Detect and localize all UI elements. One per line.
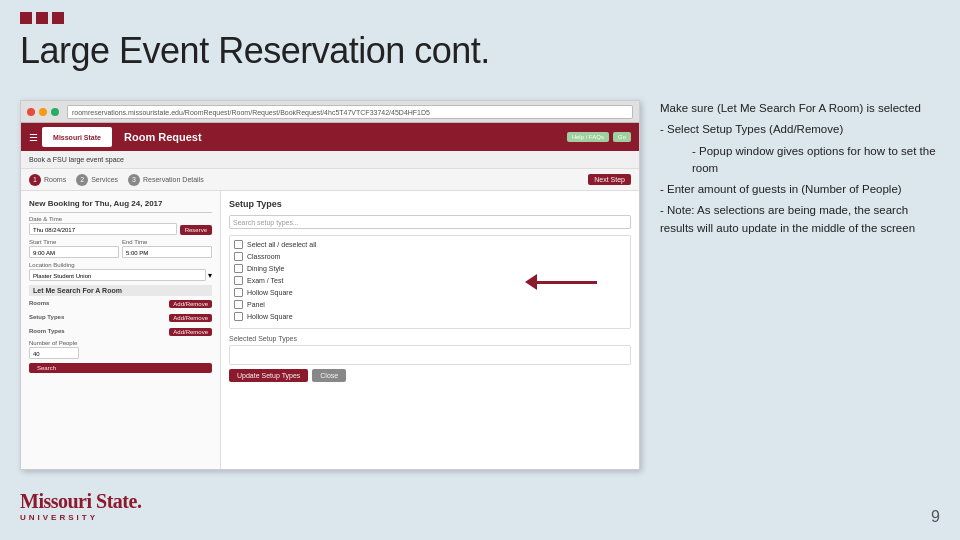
date-input[interactable]: Thu 08/24/2017: [29, 223, 177, 235]
page-number: 9: [931, 508, 940, 526]
app-title: Room Request: [124, 131, 561, 143]
square-1: [20, 12, 32, 24]
make-sure-content: Make sure (Let Me Search For A Room) is …: [660, 102, 921, 114]
arrow-container: [525, 274, 597, 290]
bullet3-content: Note: As selections are being made, the …: [660, 204, 915, 233]
end-time-input[interactable]: 5:00 PM: [122, 246, 212, 258]
dining-checkbox[interactable]: [234, 264, 243, 273]
exam-label: Exam / Test: [247, 277, 283, 284]
square-3: [52, 12, 64, 24]
num-people-row: Number of People 40: [29, 340, 212, 359]
search-button[interactable]: Search: [29, 363, 212, 373]
location-row: Location Building Plaster Student Union …: [29, 262, 212, 281]
location-dropdown-icon[interactable]: ▾: [208, 271, 212, 280]
setup-item-panel[interactable]: Panel: [234, 300, 626, 309]
setup-select-all[interactable]: Select all / deselect all: [234, 240, 626, 249]
exam-checkbox[interactable]: [234, 276, 243, 285]
step-1-num: 1: [29, 174, 41, 186]
room-types-label: Room Types: [29, 328, 65, 334]
ms-logo-sub: UNIVERSITY: [20, 513, 98, 522]
left-panel: New Booking for Thu, Aug 24, 2017 Date &…: [21, 191, 221, 470]
date-time-row: Date & Time Thu 08/24/2017 Reserve: [29, 216, 212, 235]
bullet1-text: - Select Setup Types (Add/Remove): [660, 121, 945, 138]
panel-checkbox[interactable]: [234, 300, 243, 309]
top-bar-squares: [20, 12, 64, 24]
arrow-body: [537, 281, 597, 284]
close-button[interactable]: Close: [312, 369, 346, 382]
hollow2-checkbox[interactable]: [234, 312, 243, 321]
section-header: Let Me Search For A Room: [29, 285, 212, 296]
rooms-add-remove[interactable]: Add/Remove: [169, 300, 212, 308]
main-content: New Booking for Thu, Aug 24, 2017 Date &…: [21, 191, 639, 470]
filter-button[interactable]: Go: [613, 132, 631, 142]
bullet2-content: Enter amount of guests in (Number of Peo…: [667, 183, 902, 195]
location-label: Location Building: [29, 262, 212, 268]
page-title: Large Event Reservation cont.: [20, 30, 490, 72]
panel-label: Panel: [247, 301, 265, 308]
selected-list: [229, 345, 631, 365]
browser-chrome: roomreservations.missouristate.edu/RoomR…: [21, 101, 639, 123]
room-types-row: Room Types Add/Remove: [29, 326, 212, 336]
setup-types-add-remove[interactable]: Add/Remove: [169, 314, 212, 322]
classroom-label: Classroom: [247, 253, 280, 260]
selected-section-title: Selected Setup Types: [229, 335, 631, 342]
time-row: Start Time 9:00 AM End Time 5:00 PM: [29, 239, 212, 258]
next-step-button[interactable]: Next Step: [588, 174, 631, 185]
bullet3-text: - Note: As selections are being made, th…: [660, 202, 945, 237]
help-button[interactable]: Help / FAQs: [567, 132, 609, 142]
step-2-label: Services: [91, 176, 118, 183]
app-header: ☰ Missouri State Room Request Help / FAQ…: [21, 123, 639, 151]
square-2: [36, 12, 48, 24]
browser-max-dot: [51, 108, 59, 116]
browser-address-bar[interactable]: roomreservations.missouristate.edu/RoomR…: [67, 105, 633, 119]
update-setup-button[interactable]: Update Setup Types: [229, 369, 308, 382]
num-people-input[interactable]: 40: [29, 347, 79, 359]
reserve-button[interactable]: Reserve: [180, 225, 212, 235]
setup-item-classroom[interactable]: Classroom: [234, 252, 626, 261]
app-logo: Missouri State: [42, 127, 112, 147]
date-input-row: Thu 08/24/2017 Reserve: [29, 223, 212, 235]
arrow-head: [525, 274, 537, 290]
booking-info-text: Book a FSU large event space: [29, 156, 124, 163]
start-time-input[interactable]: 9:00 AM: [29, 246, 119, 258]
step-3: 3 Reservation Details: [128, 174, 204, 186]
hollow-label: Hollow Square: [247, 289, 293, 296]
room-types-add-remove[interactable]: Add/Remove: [169, 328, 212, 336]
step-2-num: 2: [76, 174, 88, 186]
step-1: 1 Rooms: [29, 174, 66, 186]
date-label: Date & Time: [29, 216, 212, 222]
booking-info-bar: Book a FSU large event space: [21, 151, 639, 169]
setup-search-input[interactable]: Search setup types...: [229, 215, 631, 229]
rooms-label: Rooms: [29, 300, 49, 306]
setup-item-hollow2[interactable]: Hollow Square: [234, 312, 626, 321]
select-all-checkbox[interactable]: [234, 240, 243, 249]
setup-types-label: Setup Types: [29, 314, 64, 320]
dining-label: Dining Style: [247, 265, 284, 272]
location-input[interactable]: Plaster Student Union: [29, 269, 206, 281]
hollow-checkbox[interactable]: [234, 288, 243, 297]
panel-title: Setup Types: [229, 199, 631, 209]
menu-icon[interactable]: ☰: [29, 132, 38, 143]
browser-min-dot: [39, 108, 47, 116]
action-row: Update Setup Types Close: [229, 369, 631, 382]
step-3-num: 3: [128, 174, 140, 186]
step-1-label: Rooms: [44, 176, 66, 183]
app-header-actions: Help / FAQs Go: [567, 132, 631, 142]
select-all-label: Select all / deselect all: [247, 241, 316, 248]
make-sure-text: Make sure (Let Me Search For A Room) is …: [660, 100, 945, 117]
bullet1-content: Select Setup Types (Add/Remove): [667, 123, 843, 135]
ms-logo-text: Missouri State.: [20, 490, 141, 513]
steps-bar: 1 Rooms 2 Services 3 Reservation Details…: [21, 169, 639, 191]
start-time-label: Start Time: [29, 239, 119, 245]
step-2: 2 Services: [76, 174, 118, 186]
end-time-label: End Time: [122, 239, 212, 245]
hollow2-label: Hollow Square: [247, 313, 293, 320]
divider: [29, 212, 212, 213]
bullet2-text: - Enter amount of guests in (Number of P…: [660, 181, 945, 198]
setup-item-dining[interactable]: Dining Style: [234, 264, 626, 273]
step-3-label: Reservation Details: [143, 176, 204, 183]
browser-close-dot: [27, 108, 35, 116]
num-people-label: Number of People: [29, 340, 212, 346]
classroom-checkbox[interactable]: [234, 252, 243, 261]
sub1-content: Popup window gives options for how to se…: [692, 145, 936, 174]
